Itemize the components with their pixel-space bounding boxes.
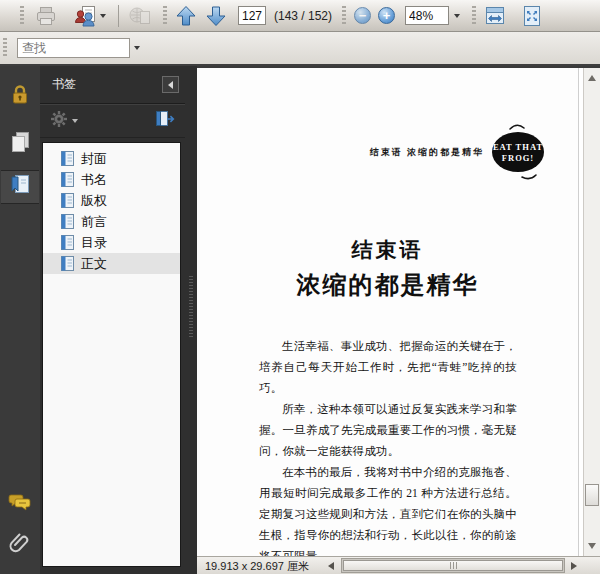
share-review-dropdown-caret[interactable] — [100, 14, 106, 18]
find-options-button[interactable] — [130, 38, 144, 58]
find-dropdown-caret — [134, 46, 140, 50]
print-icon — [35, 6, 57, 26]
chapter-title-line1: 结束语 — [197, 236, 578, 264]
fit-page-icon — [521, 5, 543, 27]
vertical-scrollbar[interactable] — [583, 68, 600, 556]
bookmarks-panel-button[interactable] — [1, 170, 39, 204]
bookmark-page-icon — [61, 193, 74, 208]
options-gear-icon[interactable] — [50, 110, 68, 132]
lock-icon — [9, 84, 31, 110]
zoom-dropdown-button[interactable] — [450, 3, 464, 29]
review-tracker-icon — [128, 5, 152, 27]
toolbar-grip[interactable] — [472, 6, 476, 26]
horizontal-scrollbar[interactable] — [341, 558, 565, 573]
find-bar — [0, 32, 600, 66]
horizontal-scrollbar-thumb[interactable] — [343, 560, 563, 571]
toolbar-grip[interactable] — [163, 6, 167, 26]
collapse-panel-button[interactable] — [162, 76, 179, 93]
collapse-arrow-icon — [168, 81, 173, 89]
bookmark-page-icon — [61, 235, 74, 250]
bookmark-label: 目录 — [81, 234, 107, 252]
previous-page-button[interactable] — [172, 3, 200, 29]
bookmark-label: 封面 — [81, 150, 107, 168]
options-dropdown-caret[interactable] — [72, 119, 78, 123]
bookmark-label: 前言 — [81, 213, 107, 231]
splitter-grip[interactable] — [189, 276, 193, 338]
toolbar-grip[interactable] — [342, 6, 346, 26]
bookmark-item-cover[interactable]: 封面 — [43, 148, 180, 169]
eat-that-frog-logo: EAT THAT FROG! — [486, 120, 552, 188]
bookmarks-panel: 书签 — [40, 66, 185, 574]
next-page-button[interactable] — [202, 3, 230, 29]
zoom-out-button[interactable]: − — [354, 7, 371, 24]
bookmark-page-icon — [61, 172, 74, 187]
comments-icon — [8, 493, 32, 517]
paragraph-2: 所幸，这种本领可以通过反复实践来学习和掌握。一旦养成了先完成最重要工作的习惯，毫… — [259, 399, 517, 462]
main-toolbar: (143 / 152) − + — [0, 0, 600, 32]
bookmark-label: 正文 — [81, 255, 107, 273]
bookmark-page-icon — [61, 256, 74, 271]
page-body-text: 生活幸福、事业成功、把握命运的关键在于，培养自己每天开始工作时，先把“青蛙”吃掉… — [259, 336, 517, 556]
goto-bookmark-icon[interactable] — [155, 110, 177, 132]
bookmark-label: 版权 — [81, 192, 107, 210]
page-size-label: 19.913 x 29.697 厘米 — [205, 559, 309, 574]
share-review-icon — [73, 5, 97, 27]
page-number-input[interactable] — [238, 6, 266, 25]
scroll-down-arrow[interactable] — [588, 543, 596, 549]
bookmarks-list: 封面 书名 版权 前言 — [42, 142, 181, 567]
fit-page-button[interactable] — [518, 3, 546, 29]
bookmark-item-body[interactable]: 正文 — [43, 253, 180, 274]
bookmark-label: 书名 — [81, 171, 107, 189]
scroll-right-arrow[interactable] — [571, 562, 577, 570]
findbar-grip[interactable] — [3, 38, 7, 58]
document-viewport: 结束语 浓缩的都是精华 EAT THAT FROG! 结束语 浓缩的都是精华 — [197, 66, 600, 556]
fit-width-icon — [484, 5, 506, 26]
document-column: 结束语 浓缩的都是精华 EAT THAT FROG! 结束语 浓缩的都是精华 — [197, 66, 600, 574]
paperclip-icon — [8, 530, 32, 560]
paragraph-3: 在本书的最后，我将对书中介绍的克服拖沓、用最短时间完成最多工作的 21 种方法进… — [259, 462, 517, 556]
bookmarks-options-bar — [40, 104, 185, 138]
pages-panel-button[interactable] — [1, 128, 39, 162]
share-review-button[interactable] — [70, 3, 109, 29]
scroll-left-arrow[interactable] — [328, 562, 334, 570]
previous-page-icon — [175, 5, 197, 27]
bookmarks-icon — [8, 173, 32, 201]
zoom-in-button[interactable]: + — [378, 7, 395, 24]
attachments-panel-button[interactable] — [1, 528, 39, 562]
page-count-label: (143 / 152) — [274, 9, 332, 23]
chapter-title-line2: 浓缩的都是精华 — [197, 269, 578, 301]
bookmark-item-title[interactable]: 书名 — [43, 169, 180, 190]
zoom-dropdown-caret — [454, 14, 460, 18]
main-area: 书签 — [0, 66, 600, 574]
pages-icon — [8, 130, 32, 160]
find-input[interactable] — [17, 38, 130, 58]
bookmark-item-copyright[interactable]: 版权 — [43, 190, 180, 211]
fit-width-button[interactable] — [481, 3, 509, 29]
bookmark-page-icon — [61, 151, 74, 166]
next-page-icon — [205, 5, 227, 27]
review-tracker-button — [125, 3, 155, 29]
toolbar-grip[interactable] — [20, 6, 24, 26]
chapter-title-block: 结束语 浓缩的都是精华 — [197, 236, 578, 301]
logo-text-line2: FROG! — [502, 153, 534, 163]
bookmark-item-contents[interactable]: 目录 — [43, 232, 180, 253]
print-button[interactable] — [32, 3, 60, 29]
panel-splitter[interactable] — [185, 66, 197, 574]
scroll-up-arrow[interactable] — [588, 75, 596, 81]
pdf-page: 结束语 浓缩的都是精华 EAT THAT FROG! 结束语 浓缩的都是精华 — [197, 68, 578, 556]
paragraph-1: 生活幸福、事业成功、把握命运的关键在于，培养自己每天开始工作时，先把“青蛙”吃掉… — [259, 336, 517, 399]
panel-title: 书签 — [52, 76, 162, 93]
bookmark-page-icon — [61, 214, 74, 229]
vertical-scrollbar-thumb[interactable] — [585, 484, 599, 506]
security-panel-button[interactable] — [1, 80, 39, 114]
bookmark-item-preface[interactable]: 前言 — [43, 211, 180, 232]
toolbar-separator — [118, 5, 119, 27]
status-bar: 19.913 x 29.697 厘米 — [197, 556, 600, 574]
running-header: 结束语 浓缩的都是精华 — [370, 146, 484, 159]
navigation-rail — [0, 66, 40, 574]
zoom-level-input[interactable] — [405, 6, 449, 25]
comments-panel-button[interactable] — [1, 488, 39, 522]
logo-text-line1: EAT THAT — [493, 142, 543, 152]
bookmarks-panel-header: 书签 — [40, 66, 185, 104]
